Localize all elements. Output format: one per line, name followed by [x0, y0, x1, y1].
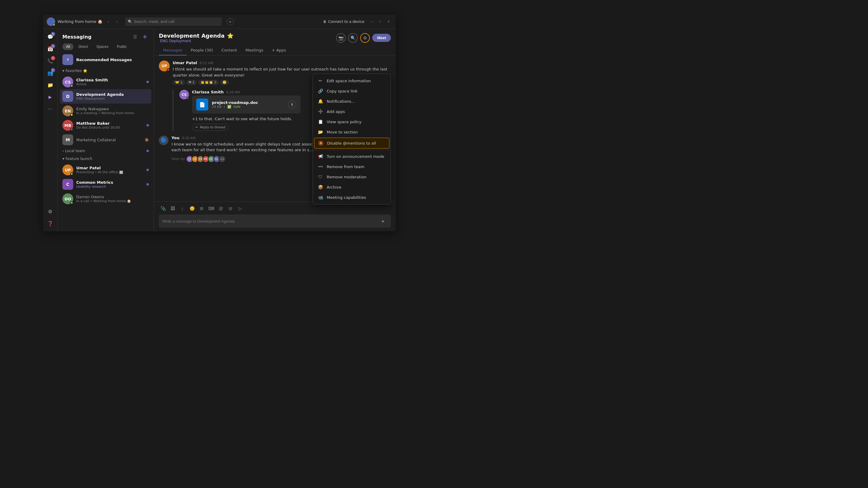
archive-icon: 📦 — [318, 184, 323, 190]
forward-button[interactable]: › — [113, 18, 121, 25]
add-button[interactable]: + — [227, 18, 234, 25]
archive-label: Archive — [327, 185, 341, 190]
search-chat-btn[interactable]: 🔍 — [348, 33, 358, 43]
menu-copy-link[interactable]: 🔗 Copy space link — [313, 86, 391, 96]
reaction-handshake[interactable]: 🤝 1 — [173, 80, 185, 85]
chat-header: Development Agenda ⭐ ENG Deployment 📷 🔍 … — [154, 29, 396, 56]
title-bar: 👤 Working from home 🏠 ‹ › 🔍 Search, meet… — [43, 14, 396, 29]
help-icon: ❓ — [47, 221, 53, 227]
sidebar-icon-chat[interactable]: 💬 5 — [45, 31, 56, 42]
favorites-section[interactable]: ▾ Favorites ⭐ — [60, 67, 151, 75]
format-btn[interactable]: ↕ — [178, 204, 187, 213]
tab-people[interactable]: People (30) — [187, 45, 217, 56]
menu-view-policy[interactable]: 📋 View space policy — [313, 117, 391, 127]
maximize-button[interactable]: □ — [376, 18, 384, 25]
marketing-right: 🔕 — [145, 138, 149, 142]
global-search[interactable]: 🔍 Search, meet, and call — [125, 18, 222, 26]
filter-icon-btn[interactable]: ☰ — [131, 33, 139, 41]
tab-content[interactable]: Content — [217, 45, 241, 56]
marketing-avatar: M — [62, 134, 73, 145]
you-icon: 🔵 — [161, 137, 167, 143]
sidebar-icon-more[interactable]: ··· — [45, 104, 56, 115]
reaction-heart[interactable]: ❤️ 1 — [186, 80, 197, 85]
matthew-sub: Do Not Disturb until 16:00 — [76, 126, 144, 130]
connect-device[interactable]: 🖥 Connect to a device — [323, 20, 364, 24]
sidebar-icon-people[interactable]: 👥 1 — [45, 67, 56, 78]
menu-announcement[interactable]: 📢 Turn on announcement mode — [313, 151, 391, 161]
user-avatar[interactable]: 👤 — [47, 18, 55, 26]
umar-msg-status — [167, 68, 170, 71]
filter-all[interactable]: All — [62, 43, 73, 50]
emily-name: Emily Nakagawa — [76, 107, 149, 111]
clarissa-name: Clarissa Smith — [76, 78, 144, 82]
menu-meeting-cap[interactable]: 📹 Meeting capabilities — [313, 192, 391, 202]
contact-list: ⚡ Recommended Messages ▾ Favorites ⭐ CS — [58, 53, 154, 231]
sidebar-icon-files[interactable]: 📁 — [45, 79, 56, 90]
attach-btn[interactable]: 📎 — [159, 204, 167, 213]
contact-emily[interactable]: EN Emily Nakagawa In a meeting • Working… — [60, 104, 151, 118]
feature-launch-section[interactable]: ▾ Feature launch — [60, 155, 151, 163]
search-placeholder: Search, meet, and call — [134, 20, 175, 24]
filter-spaces[interactable]: Spaces — [93, 43, 112, 50]
menu-remove-team[interactable]: ➖ Remove from team — [313, 161, 391, 172]
view-policy-label: View space policy — [327, 120, 362, 124]
message-input[interactable] — [162, 219, 376, 224]
code-btn[interactable]: ⌨ — [207, 204, 216, 213]
tab-apps[interactable]: + Apps — [268, 45, 290, 56]
metrics-info: Common Metrics Usability research — [76, 180, 144, 189]
apps-add-icon: ➕ — [318, 109, 323, 114]
chat-settings-btn[interactable]: ⚙️ — [360, 33, 370, 43]
contact-clarissa[interactable]: CS Clarissa Smith Active — [60, 75, 151, 89]
menu-notifications[interactable]: 🔔 Notifications... — [313, 96, 391, 106]
back-button[interactable]: ‹ — [105, 18, 112, 25]
recommended-messages[interactable]: ⚡ Recommended Messages — [60, 53, 151, 67]
download-btn[interactable]: ⬇ — [288, 100, 296, 109]
video-call-btn[interactable]: 📷 — [336, 33, 346, 43]
menu-move-section[interactable]: 📂 Move to section — [313, 127, 391, 137]
menu-disable-mentions[interactable]: 🔕 Disable @mentions to all — [314, 138, 390, 149]
sidebar-icon-calls[interactable]: 📞 1 — [45, 56, 56, 66]
contact-umar[interactable]: UP Umar Patel Presenting • At the office… — [60, 163, 151, 177]
close-button[interactable]: ✕ — [385, 18, 392, 25]
sidebar-icon-settings[interactable]: ⚙️ — [45, 206, 56, 217]
mention-btn[interactable]: @ — [217, 204, 225, 213]
contact-marketing[interactable]: M Marketing Collateral 🔕 — [60, 133, 151, 147]
remove-team-label: Remove from team — [327, 164, 364, 169]
contact-darren[interactable]: DO Darren Owens In a call • Working from… — [60, 192, 151, 206]
menu-add-apps[interactable]: ➕ Add apps — [313, 106, 391, 117]
menu-remove-mod[interactable]: 🛡 Remove moderation — [313, 172, 391, 182]
file-safe-label: Safe — [233, 105, 241, 109]
filter-public[interactable]: Public — [113, 43, 130, 50]
contact-metrics[interactable]: C Common Metrics Usability research — [60, 177, 151, 192]
reaction-smile[interactable]: 🙂 — [220, 80, 229, 85]
send-button[interactable]: ➤ — [379, 217, 387, 225]
emoji-btn[interactable]: 😊 — [188, 204, 196, 213]
local-team-section[interactable]: › Local team — [60, 147, 151, 155]
umar-unread — [147, 169, 149, 171]
menu-archive[interactable]: 📦 Archive — [313, 182, 391, 192]
sidebar-icon-help[interactable]: ❓ — [45, 218, 56, 229]
clarissa-msg-avatar: CS — [179, 90, 189, 99]
recommended-info: Recommended Messages — [76, 58, 149, 62]
contact-dev-agenda[interactable]: D Development Agenda ENG Deployment — [60, 89, 151, 104]
meet-button[interactable]: Meet — [372, 34, 391, 42]
dev-agenda-sub: ENG Deployment — [76, 97, 149, 101]
list-btn[interactable]: ⊟ — [226, 204, 235, 213]
you-label: You — [172, 135, 179, 140]
clarissa-right — [147, 81, 149, 83]
table-btn[interactable]: ⊞ — [197, 204, 206, 213]
tab-messages[interactable]: Messages — [159, 45, 187, 56]
reply-thread-btn[interactable]: ↩ Reply to thread — [192, 124, 229, 131]
sidebar-icon-calendar[interactable]: 📅 1 — [45, 43, 56, 54]
contact-matthew[interactable]: MB Matthew Baker Do Not Disturb until 16… — [60, 118, 151, 133]
minimize-button[interactable]: — — [368, 18, 375, 25]
compose-btn[interactable]: ✚ — [141, 33, 149, 41]
sidebar-icon-apps[interactable]: ▶ — [45, 92, 56, 102]
image-btn[interactable]: 🖼 — [168, 204, 177, 213]
menu-edit-space[interactable]: ✏️ Edit space information — [313, 76, 391, 86]
tab-meetings[interactable]: Meetings — [241, 45, 267, 56]
apps-icon: ▶ — [49, 95, 52, 99]
filter-direct[interactable]: Direct — [75, 43, 91, 50]
more-tools-btn[interactable]: ▷ — [236, 204, 244, 213]
reaction-clap[interactable]: 👏👏👏 3 — [198, 80, 219, 85]
